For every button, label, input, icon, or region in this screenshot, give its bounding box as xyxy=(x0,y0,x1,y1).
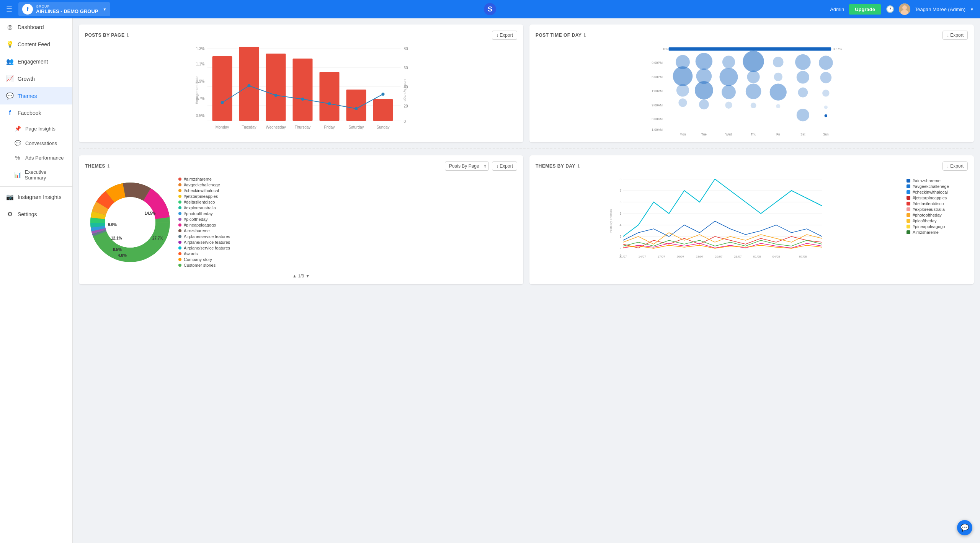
legend-label: Company story xyxy=(184,257,212,262)
bell-icon[interactable]: 🕐 xyxy=(886,5,894,13)
legend-label: Awards xyxy=(184,251,198,256)
svg-text:1:00AM: 1:00AM xyxy=(652,128,663,132)
legend-item: #pineappleagogo xyxy=(178,223,514,227)
post-time-of-day-chart: 0% 3.67% 9:00PM 5:00PM 1:00PM 9:00AM 5:0… xyxy=(536,44,968,136)
svg-text:0: 0 xyxy=(404,119,406,124)
pagination-down-icon[interactable]: ▼ xyxy=(305,274,310,278)
svg-text:5:00AM: 5:00AM xyxy=(652,117,663,121)
user-name[interactable]: Teagan Maree (Admin) xyxy=(915,7,965,12)
hamburger-menu-icon[interactable]: ☰ xyxy=(6,5,12,13)
sidebar-label-content-feed: Content Feed xyxy=(18,41,50,47)
section-divider xyxy=(79,148,974,149)
svg-point-68 xyxy=(725,102,732,109)
legend-item: #jetstarpineapples xyxy=(178,194,514,199)
sidebar-item-content-feed[interactable]: 💡 Content Feed xyxy=(0,36,72,53)
chart-row-1: POSTS BY PAGE ℹ ↓ Export 1.3% 1.1% 0.9% … xyxy=(79,24,974,142)
svg-text:2: 2 xyxy=(619,246,621,250)
top-navigation: ☰ f GROUP AIRLINES - DEMO GROUP ▼ S Admi… xyxy=(0,0,980,18)
pagination-up-icon[interactable]: ▲ xyxy=(292,274,297,278)
bubble-chart-svg: 0% 3.67% 9:00PM 5:00PM 1:00PM 9:00AM 5:0… xyxy=(536,44,968,136)
svg-point-85 xyxy=(825,114,827,117)
posts-by-page-info-icon[interactable]: ℹ xyxy=(127,33,129,38)
sidebar-item-conversations[interactable]: 💬 Conversations xyxy=(0,136,72,150)
legend-item: #photooftheday xyxy=(906,213,968,217)
legend-label: #photooftheday xyxy=(913,213,942,217)
svg-point-75 xyxy=(770,83,787,100)
svg-point-80 xyxy=(797,109,809,121)
sidebar-item-executive-summary[interactable]: 📊 Executive Summary xyxy=(0,165,72,185)
svg-text:01/08: 01/08 xyxy=(753,255,761,258)
sidebar-item-growth[interactable]: 📈 Growth xyxy=(0,70,72,87)
post-time-export-button[interactable]: ↓ Export xyxy=(942,31,968,40)
svg-text:0%: 0% xyxy=(663,47,668,51)
svg-text:9:00PM: 9:00PM xyxy=(652,61,663,65)
themes-info-icon[interactable]: ℹ xyxy=(108,163,110,169)
themes-card: THEMES ℹ Posts By Page ↓ Export xyxy=(79,155,523,284)
legend-item: #deltasilentdisco xyxy=(178,200,514,204)
legend-label: Airplane/service features xyxy=(184,234,230,239)
themes-donut-section: 14.5% 12.1% 9.9% 6.5% 4.8% 27.7% #airnzs… xyxy=(85,174,517,271)
themes-by-day-info-icon[interactable]: ℹ xyxy=(578,163,580,169)
themes-by-day-title: THEMES BY DAY xyxy=(536,163,575,169)
svg-point-69 xyxy=(743,51,764,72)
svg-text:29/07: 29/07 xyxy=(734,255,742,258)
svg-point-82 xyxy=(820,72,832,83)
user-dropdown-icon[interactable]: ▼ xyxy=(970,7,974,11)
post-time-info-icon[interactable]: ℹ xyxy=(584,33,586,38)
legend-label: #airnzshareme xyxy=(184,177,212,181)
themes-title: THEMES xyxy=(85,163,105,169)
themes-by-day-export-button[interactable]: ↓ Export xyxy=(942,161,968,171)
legend-item: #avgeekchallenege xyxy=(178,183,514,187)
posts-by-page-export-button[interactable]: ↓ Export xyxy=(492,31,517,40)
sidebar-item-ads-performance[interactable]: % Ads Performance xyxy=(0,150,72,165)
svg-point-76 xyxy=(776,104,780,108)
legend-item: #deltasilentdisco xyxy=(906,201,968,206)
legend-dot xyxy=(178,189,181,192)
legend-label: #airnzshareme xyxy=(913,178,941,183)
themes-dropdown[interactable]: Posts By Page xyxy=(445,161,489,171)
sidebar-item-dashboard[interactable]: ◎ Dashboard xyxy=(0,18,72,36)
upgrade-button[interactable]: Upgrade xyxy=(849,4,881,15)
themes-export-button[interactable]: ↓ Export xyxy=(492,161,517,171)
posts-by-page-chart: 1.3% 1.1% 0.9% 0.7% 0.5% 80 60 40 20 0 xyxy=(85,44,517,136)
dashboard-icon: ◎ xyxy=(6,23,14,31)
legend-dot xyxy=(178,235,181,238)
svg-text:1.3%: 1.3% xyxy=(196,47,205,51)
pagination-text: 1/3 xyxy=(298,274,304,278)
svg-text:4.8%: 4.8% xyxy=(118,253,127,258)
themes-icon: 💬 xyxy=(6,92,14,99)
legend-label: Airnzshareme xyxy=(184,228,210,233)
legend-dot xyxy=(178,201,181,204)
svg-text:5: 5 xyxy=(619,212,621,215)
sidebar-label-instagram-insights: Instagram Insights xyxy=(18,194,61,200)
svg-text:20: 20 xyxy=(404,104,408,108)
sidebar-item-facebook[interactable]: f Facebook xyxy=(0,104,72,121)
admin-button[interactable]: Admin xyxy=(830,7,844,12)
svg-point-30 xyxy=(355,107,358,110)
chat-bubble-button[interactable]: 💬 xyxy=(957,520,972,535)
svg-rect-42 xyxy=(669,47,831,51)
top-right-actions: Admin Upgrade 🕐 Teagan Maree (Admin) ▼ xyxy=(830,3,974,15)
svg-text:9.9%: 9.9% xyxy=(108,223,117,227)
sidebar-item-page-insights[interactable]: 📌 Page Insights xyxy=(0,121,72,136)
legend-item: Airnzshareme xyxy=(906,230,968,235)
svg-text:17/07: 17/07 xyxy=(657,255,665,258)
legend-item: #photooftheday xyxy=(178,211,514,216)
svg-rect-18 xyxy=(212,56,232,121)
svg-text:8: 8 xyxy=(619,177,621,181)
legend-label: Customer stories xyxy=(184,263,216,267)
themes-by-day-svg: 8 7 6 5 4 3 2 1 xyxy=(536,175,902,267)
group-selector[interactable]: f GROUP AIRLINES - DEMO GROUP ▼ xyxy=(18,2,110,16)
svg-point-74 xyxy=(774,73,782,81)
svg-point-28 xyxy=(301,98,304,101)
sidebar-item-themes[interactable]: 💬 Themes xyxy=(0,87,72,104)
svg-point-67 xyxy=(722,85,736,99)
sidebar-item-settings[interactable]: ⚙ Settings xyxy=(0,205,72,223)
legend-label: #picoftheday xyxy=(913,219,936,223)
sidebar-item-instagram-insights[interactable]: 📷 Instagram Insights xyxy=(0,188,72,205)
legend-item: Awards xyxy=(178,251,514,256)
sidebar-divider xyxy=(0,186,72,187)
svg-text:Sunday: Sunday xyxy=(377,125,390,129)
svg-point-79 xyxy=(798,88,808,98)
sidebar-item-engagement[interactable]: 👥 Engagement xyxy=(0,53,72,70)
